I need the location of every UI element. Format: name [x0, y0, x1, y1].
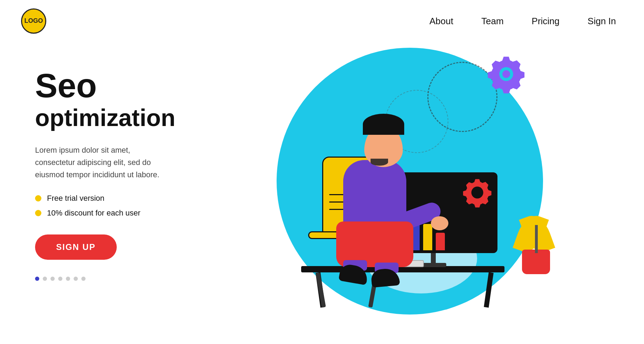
feature-dot-2 — [35, 210, 41, 216]
pagination-dot-7[interactable] — [81, 277, 86, 281]
feature-item-2: 10% discount for each user — [35, 209, 203, 218]
gear-float-icon — [487, 55, 526, 93]
feature-item-1: Free trial version — [35, 194, 203, 203]
navbar: LOGO About Team Pricing Sign In — [0, 0, 644, 34]
pagination-dot-3[interactable] — [50, 277, 55, 281]
hero-title-optimization: optimization — [35, 104, 203, 131]
feature-text-1: Free trial version — [47, 194, 104, 203]
logo[interactable]: LOGO — [21, 8, 46, 34]
feature-dot-1 — [35, 195, 41, 201]
hero-title-seo: Seo — [35, 69, 203, 102]
pagination-dot-2[interactable] — [43, 277, 47, 281]
person-hand — [431, 216, 448, 230]
person-hair — [363, 114, 404, 135]
svg-point-2 — [471, 187, 483, 199]
chart-bar-4 — [423, 224, 432, 250]
chair-leg-1 — [316, 272, 326, 308]
nav-pricing[interactable]: Pricing — [532, 16, 560, 27]
desk-leg-right — [484, 272, 494, 308]
hero-illustration — [203, 41, 616, 329]
hero-section: Seo optimization Lorem ipsum dolor sit a… — [0, 34, 644, 343]
signup-button[interactable]: SIGN UP — [35, 234, 117, 260]
nav-signin[interactable]: Sign In — [588, 16, 616, 27]
features-list: Free trial version 10% discount for each… — [35, 194, 203, 218]
hero-description: Lorem ipsum dolor sit amet, consectetur … — [35, 144, 161, 181]
pagination-dot-5[interactable] — [66, 277, 70, 281]
plant-stem — [535, 225, 538, 253]
illustration — [259, 41, 561, 329]
feature-text-2: 10% discount for each user — [47, 209, 141, 218]
person-torso — [343, 160, 406, 230]
monitor-base — [420, 263, 446, 267]
pagination — [35, 277, 203, 281]
nav-links: About Team Pricing Sign In — [429, 16, 616, 27]
plant-pot — [522, 250, 550, 274]
chart-bar-5 — [436, 233, 445, 250]
pagination-dot-1[interactable] — [35, 277, 39, 281]
pagination-dot-4[interactable] — [58, 277, 62, 281]
hero-content: Seo optimization Lorem ipsum dolor sit a… — [35, 48, 203, 281]
pagination-dot-6[interactable] — [74, 277, 78, 281]
svg-point-1 — [502, 70, 510, 78]
nav-about[interactable]: About — [429, 16, 453, 27]
nav-team[interactable]: Team — [481, 16, 504, 27]
